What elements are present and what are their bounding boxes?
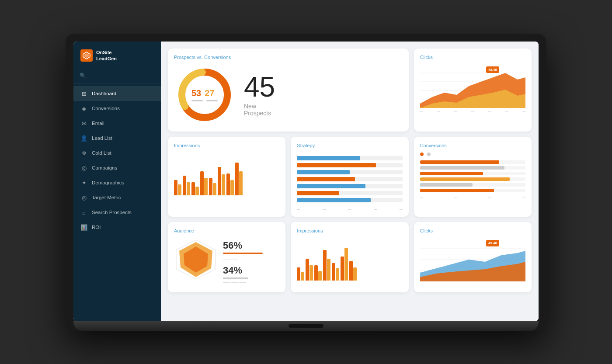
laptop-base: [73, 321, 539, 331]
bar-group-2: [183, 176, 190, 195]
donut-val-orange: 53: [191, 88, 201, 98]
sidebar-label-dashboard: Dashboard: [92, 91, 116, 96]
main-content: Prospects vs. Conversions: [161, 42, 539, 321]
sidebar-item-demographics[interactable]: ✦ Demographics: [73, 175, 161, 190]
sidebar: OnSiteLeadGen 🔍 ⊞ Dashboard ◈ Conversion…: [73, 42, 161, 321]
sidebar-label-roi: ROI: [92, 225, 101, 230]
bar: [239, 171, 243, 195]
conversions-chart: [420, 159, 525, 194]
card-conversions: Conversions: [414, 137, 532, 217]
sidebar-label-demographics: Demographics: [92, 180, 124, 185]
bar-group-1: [174, 180, 181, 195]
demographics-icon: ✦: [80, 179, 87, 186]
donut-center-values: 53 27: [191, 88, 218, 101]
audience-sublabel1: —— ——: [223, 257, 279, 261]
clicks-xaxis: —— —— —— —: [420, 110, 525, 113]
conversions-xaxis: ————: [420, 196, 525, 199]
sidebar-item-dashboard[interactable]: ⊞ Dashboard: [73, 86, 161, 101]
bar: [191, 182, 195, 195]
prospects-big-stat: 45 New Prospects: [244, 73, 403, 117]
sidebar-item-roi[interactable]: 📊 ROI: [73, 220, 161, 235]
strategy-chart: [297, 153, 402, 206]
impressions-bot-title: Impressions: [297, 228, 402, 233]
conv-row-2: [420, 166, 525, 170]
sidebar-item-targetmetric[interactable]: ◎ Target Metric: [73, 190, 161, 205]
clicks-bot-tooltip: 49.48: [486, 240, 499, 246]
card-clicks-bot: Clicks 49.48 —————: [414, 222, 532, 292]
sidebar-item-campaigns[interactable]: ◎ Campaigns: [73, 160, 161, 175]
bar-group-8: [235, 163, 243, 195]
conversions-icon: ◈: [80, 105, 87, 112]
hbar-row-7: [297, 198, 402, 202]
sidebar-label-coldlist: Cold List: [92, 150, 111, 156]
sidebar-label-conversions: Conversions: [92, 106, 120, 111]
dashboard-icon: ⊞: [80, 90, 87, 97]
sidebar-item-coldlist[interactable]: ❄ Cold List: [73, 146, 161, 160]
sidebar-label-campaigns: Campaigns: [92, 165, 117, 170]
svg-marker-1: [84, 53, 89, 58]
clicks-top-title: Clicks: [420, 55, 525, 60]
sidebar-item-email[interactable]: ✉ Email: [73, 116, 161, 131]
conv-row-6: [420, 189, 525, 192]
conversions-title: Conversions: [420, 143, 525, 148]
card-impressions-bot: Impressions: [291, 222, 408, 292]
impressions-mid-xaxis: ——————: [174, 198, 279, 201]
impressions-bot-chart: [297, 238, 402, 281]
audience-sublabel2: —— —— ——: [223, 280, 279, 284]
bar: [209, 178, 212, 195]
laptop-notch: [289, 324, 323, 328]
audience-bar1: [223, 253, 263, 254]
targetmetric-icon: ◎: [80, 194, 87, 201]
bar: [218, 167, 221, 195]
sidebar-label-searchprospects: Search Prospects: [92, 210, 132, 215]
conversions-legend: [420, 153, 525, 156]
sidebar-search-area[interactable]: 🔍: [73, 68, 161, 83]
audience-title: Audience: [174, 228, 279, 233]
clicks-bot-xaxis: —————: [420, 283, 525, 286]
laptop-screen: OnSiteLeadGen 🔍 ⊞ Dashboard ◈ Conversion…: [73, 42, 539, 321]
clicks-bot-chart: 49.48: [420, 238, 525, 281]
legend-dot-gray: [427, 153, 431, 156]
bar: [178, 184, 181, 195]
search-icon: 🔍: [80, 73, 86, 79]
hbar-row-6: [297, 191, 402, 195]
bar: [200, 171, 204, 195]
sidebar-item-searchprospects[interactable]: ⌕ Search Prospects: [73, 205, 161, 220]
sidebar-nav: ⊞ Dashboard ◈ Conversions ✉ Email 👤 Lead…: [73, 83, 161, 321]
bar: [183, 176, 186, 195]
bar: [222, 174, 225, 195]
card-prospects: Prospects vs. Conversions: [168, 49, 409, 132]
prospects-title: Prospects vs. Conversions: [174, 55, 403, 60]
dot-line-1: [191, 100, 203, 101]
legend-dot-orange: [420, 153, 424, 156]
conv-row-5: [420, 183, 525, 187]
searchprospects-icon: ⌕: [80, 209, 87, 216]
bar: [174, 180, 177, 195]
sidebar-item-conversions[interactable]: ◈ Conversions: [73, 101, 161, 116]
card-audience: Audience: [168, 222, 285, 292]
strategy-title: Strategy: [297, 143, 402, 148]
prospects-number: 45: [244, 73, 403, 101]
logo-icon: [80, 49, 93, 62]
bar: [226, 173, 230, 195]
bar: [204, 178, 208, 195]
clicks-tooltip: 48.48: [486, 66, 499, 73]
impressions-mid-title: Impressions: [174, 143, 279, 148]
bar: [187, 182, 190, 195]
hbar-row-4: [297, 177, 402, 181]
sidebar-label-email: Email: [92, 121, 104, 126]
audience-stats: 56% —— —— 34% —— —— ——: [223, 240, 279, 284]
sidebar-item-leadlist[interactable]: 👤 Lead List: [73, 131, 161, 146]
bar-group-4: [200, 171, 208, 195]
laptop-frame: OnSiteLeadGen 🔍 ⊞ Dashboard ◈ Conversion…: [66, 34, 546, 331]
card-impressions-mid: Impressions: [168, 137, 285, 217]
conv-row-1: [420, 160, 525, 164]
bar-group-5: [209, 178, 216, 195]
roi-icon: 📊: [80, 224, 87, 231]
impressions-mid-chart: [174, 153, 279, 196]
sidebar-label-leadlist: Lead List: [92, 135, 112, 141]
clicks-top-chart: 48.48: [420, 64, 525, 108]
bar-group-6: [218, 167, 225, 195]
bar: [213, 183, 216, 195]
campaigns-icon: ◎: [80, 164, 87, 171]
